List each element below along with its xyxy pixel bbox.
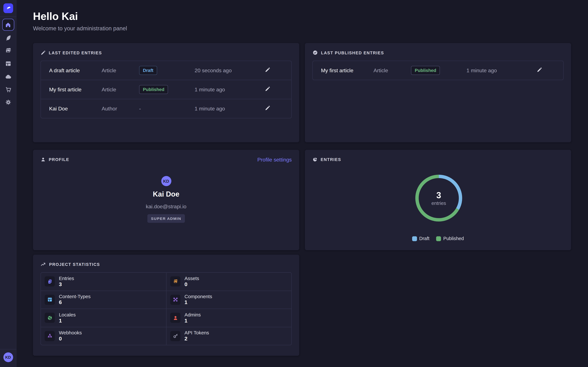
profile-avatar: KD	[161, 176, 171, 186]
stat-components: Components 1	[166, 290, 291, 309]
pie-chart-icon	[312, 157, 318, 162]
table-row[interactable]: My first article Article Published 1 min…	[313, 61, 563, 80]
stat-label: API Tokens	[185, 330, 209, 335]
entry-type: Article	[373, 67, 411, 73]
stat-value: 3	[59, 281, 74, 288]
role-badge: SUPER ADMIN	[147, 214, 185, 223]
entry-time: 1 minute ago	[195, 86, 264, 92]
sidebar-item-content-manager[interactable]	[2, 32, 14, 43]
nodes-icon	[170, 295, 180, 305]
user-avatar[interactable]: KD	[3, 352, 13, 362]
gear-icon	[5, 99, 11, 106]
entry-name: My first article	[49, 86, 102, 92]
profile-card: PROFILE Profile settings KD Kai Doe kai.…	[33, 150, 299, 250]
sidebar-item-settings[interactable]	[2, 96, 14, 108]
key-icon	[170, 331, 180, 341]
stat-entries: Entries 3	[41, 273, 166, 290]
stat-label: Assets	[185, 275, 199, 281]
table-row[interactable]: Kai Doe Author - 1 minute ago	[41, 99, 291, 118]
legend-label: Draft	[419, 236, 429, 241]
sidebar-footer-divider	[0, 349, 16, 349]
edit-entry-button[interactable]	[264, 86, 271, 93]
stat-value: 6	[59, 299, 90, 306]
strapi-logo-icon	[5, 5, 11, 11]
home-icon	[5, 22, 11, 28]
card-header: ENTRIES	[312, 157, 563, 162]
stat-api-tokens: API Tokens 2	[166, 327, 291, 345]
entry-time: 20 seconds ago	[195, 67, 264, 73]
cart-icon	[5, 86, 11, 93]
stat-value: 1	[59, 317, 76, 324]
sidebar-item-media-library[interactable]	[2, 44, 14, 57]
status-badge: Published	[411, 66, 440, 75]
stat-locales: Locales 1	[41, 309, 166, 327]
person-icon	[170, 313, 180, 323]
pencil-icon	[41, 50, 46, 55]
sidebar-item-cloud[interactable]	[2, 70, 14, 82]
sidebar-item-content-type-builder[interactable]	[2, 58, 14, 69]
edit-entry-button[interactable]	[264, 105, 271, 112]
check-circle-icon	[312, 50, 318, 55]
sidebar-footer: KD	[0, 349, 16, 367]
status-badge: Published	[139, 85, 168, 94]
page-title: Hello Kai	[33, 10, 127, 22]
sidebar-item-home[interactable]	[2, 19, 14, 31]
profile-settings-link[interactable]: Profile settings	[257, 157, 292, 163]
last-edited-entries-card: LAST EDITED ENTRIES A draft article Arti…	[33, 43, 299, 142]
stat-webhooks: Webhooks 0	[41, 327, 166, 345]
statistics-grid: Entries 3 Assets 0	[41, 272, 292, 345]
draft-swatch	[412, 236, 417, 241]
donut-center-label: 3 entries	[413, 173, 464, 224]
page-header: Hello Kai Welcome to your administration…	[33, 10, 127, 32]
stat-label: Webhooks	[59, 330, 82, 335]
pencil-icon	[265, 105, 270, 111]
stat-label: Entries	[59, 275, 74, 281]
entry-type: Author	[102, 106, 139, 112]
stat-admins: Admins 1	[166, 309, 291, 327]
strapi-logo-button[interactable]	[3, 3, 13, 13]
legend-label: Published	[443, 236, 464, 241]
entries-table: My first article Article Published 1 min…	[312, 61, 563, 80]
stat-label: Components	[185, 294, 212, 299]
card-title: LAST PUBLISHED ENTRIES	[321, 50, 384, 55]
triangle-knot-icon	[45, 331, 55, 341]
media-library-icon	[5, 47, 11, 54]
documents-icon	[45, 276, 55, 287]
profile-email: kai.doe@strapi.io	[146, 203, 187, 209]
entries-chart-card: ENTRIES 3 entries Draft Published	[305, 150, 571, 250]
globe-icon	[45, 313, 55, 323]
cloud-icon	[5, 73, 12, 80]
stat-value: 0	[59, 336, 82, 342]
card-header: LAST EDITED ENTRIES	[41, 50, 292, 55]
last-published-entries-card: LAST PUBLISHED ENTRIES My first article …	[305, 43, 571, 142]
stat-label: Content-Types	[59, 294, 90, 299]
page-subtitle: Welcome to your administration panel	[33, 25, 127, 32]
pencil-icon	[265, 86, 270, 92]
card-header: PROFILE	[41, 157, 69, 162]
user-icon	[41, 157, 46, 162]
layout-icon	[5, 60, 11, 67]
edit-entry-button[interactable]	[264, 67, 271, 74]
entries-count-label: entries	[431, 200, 446, 206]
entry-name: My first article	[321, 67, 373, 73]
sidebar: KD	[0, 0, 17, 367]
entry-time: 1 minute ago	[467, 67, 536, 73]
stat-label: Admins	[185, 312, 201, 317]
stat-value: 1	[185, 317, 201, 324]
strapi-admin-dashboard: KD Hello Kai Welcome to your administrat…	[0, 0, 588, 367]
profile-name: Kai Doe	[153, 190, 179, 199]
stat-value: 0	[185, 281, 199, 288]
table-row[interactable]: A draft article Article Draft 20 seconds…	[41, 61, 291, 80]
table-row[interactable]: My first article Article Published 1 min…	[41, 80, 291, 99]
entries-count: 3	[436, 190, 441, 199]
entry-type: Article	[102, 86, 139, 92]
stat-value: 2	[185, 336, 209, 342]
edit-entry-button[interactable]	[536, 67, 543, 74]
sidebar-item-marketplace[interactable]	[2, 83, 14, 95]
entry-type: Article	[102, 67, 139, 73]
profile-body: KD Kai Doe kai.doe@strapi.io SUPER ADMIN	[41, 176, 292, 223]
card-title: PROJECT STATISTICS	[49, 262, 100, 267]
layout-icon	[45, 295, 55, 305]
status-empty: -	[139, 106, 195, 112]
feather-icon	[5, 34, 11, 41]
